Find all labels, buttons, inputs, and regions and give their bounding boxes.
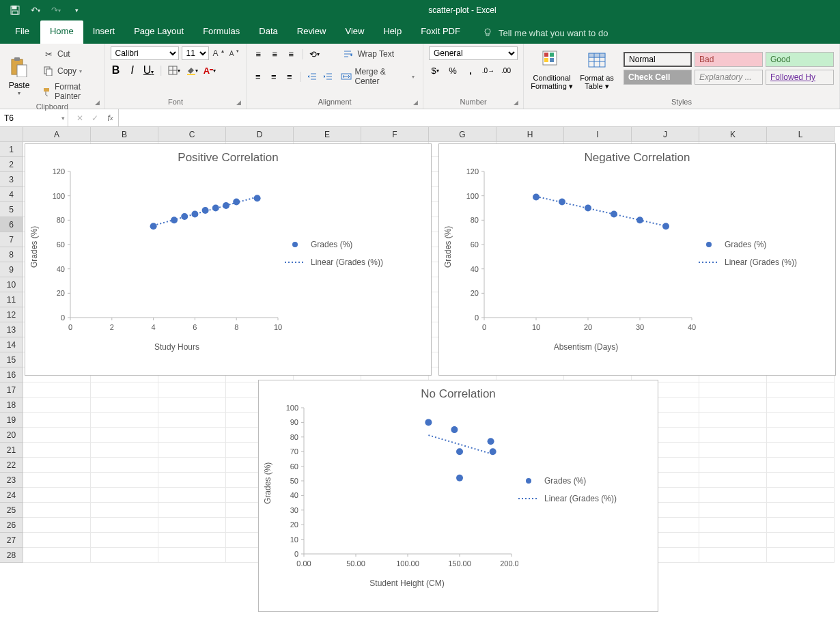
cell[interactable] [91, 458, 158, 473]
row-header[interactable]: 6 [0, 217, 23, 232]
font-name-select[interactable]: Calibri [111, 46, 179, 60]
cell[interactable] [158, 533, 226, 548]
tab-view[interactable]: View [335, 20, 374, 44]
cell[interactable] [91, 398, 158, 413]
cell[interactable] [158, 443, 226, 458]
row-header[interactable]: 12 [0, 307, 23, 322]
column-header[interactable]: C [158, 127, 226, 142]
row-header[interactable]: 3 [0, 172, 23, 187]
increase-decimal-button[interactable]: .0→ [482, 64, 494, 76]
wrap-text-button[interactable]: Wrap Text [339, 46, 397, 61]
format-painter-button[interactable]: Format Painter [40, 81, 99, 102]
cell[interactable] [23, 488, 91, 503]
cell[interactable] [158, 518, 226, 533]
row-header[interactable]: 1 [0, 142, 23, 157]
cut-button[interactable]: ✂Cut [40, 46, 99, 61]
cell[interactable] [767, 503, 835, 518]
cell[interactable] [23, 503, 91, 518]
copy-button[interactable]: Copy▾ [40, 64, 99, 79]
row-header[interactable]: 11 [0, 292, 23, 307]
undo-button[interactable]: ↶▾ [27, 3, 44, 18]
style-explanatory[interactable]: Explanatory ... [695, 70, 763, 85]
row-header[interactable]: 4 [0, 187, 23, 202]
column-header[interactable]: B [91, 127, 158, 142]
select-all-corner[interactable] [0, 127, 23, 142]
cell[interactable] [767, 518, 835, 533]
cell[interactable] [699, 488, 767, 503]
conditional-formatting-button[interactable]: Conditional Formatting ▾ [529, 46, 574, 90]
row-header[interactable]: 26 [0, 518, 23, 533]
cell[interactable] [767, 488, 835, 503]
row-header[interactable]: 18 [0, 398, 23, 413]
number-format-select[interactable]: General [429, 46, 518, 60]
underline-button[interactable]: U▾ [143, 64, 154, 76]
cell[interactable] [699, 413, 767, 428]
redo-button[interactable]: ↷▾ [48, 3, 64, 18]
cell[interactable] [23, 473, 91, 488]
row-header[interactable]: 7 [0, 232, 23, 247]
align-bottom-button[interactable]: ≡ [285, 48, 297, 60]
cell[interactable] [158, 382, 226, 398]
cell[interactable] [158, 473, 226, 488]
tab-formulas[interactable]: Formulas [193, 20, 249, 44]
border-button[interactable]: ▾ [168, 64, 180, 76]
style-followed[interactable]: Followed Hy [766, 70, 834, 85]
cell[interactable] [23, 413, 91, 428]
comma-button[interactable]: , [464, 64, 477, 76]
cell[interactable] [91, 518, 158, 533]
cell[interactable] [91, 413, 158, 428]
currency-button[interactable]: $▾ [429, 64, 441, 76]
tab-help[interactable]: Help [374, 20, 411, 44]
column-header[interactable]: D [226, 127, 294, 142]
decrease-decimal-button[interactable]: .00 [500, 64, 512, 76]
bold-button[interactable]: B [111, 64, 122, 76]
tab-review[interactable]: Review [288, 20, 336, 44]
cell[interactable] [699, 503, 767, 518]
cell[interactable] [23, 548, 91, 563]
style-bad[interactable]: Bad [695, 52, 763, 67]
tab-home[interactable]: Home [40, 20, 83, 44]
cell[interactable] [158, 398, 226, 413]
cell[interactable] [699, 533, 767, 548]
cell[interactable] [91, 428, 158, 443]
row-header[interactable]: 9 [0, 262, 23, 277]
row-header[interactable]: 24 [0, 488, 23, 503]
percent-button[interactable]: % [447, 64, 459, 76]
number-launcher[interactable]: ◢ [514, 99, 522, 107]
increase-indent-button[interactable] [322, 70, 334, 83]
column-header[interactable]: E [294, 127, 361, 142]
formula-input[interactable] [119, 109, 840, 126]
clipboard-launcher[interactable]: ◢ [95, 99, 103, 107]
cell[interactable] [699, 548, 767, 563]
cell[interactable] [23, 428, 91, 443]
tab-foxit[interactable]: Foxit PDF [411, 20, 470, 44]
decrease-font-button[interactable]: A▾ [228, 50, 241, 57]
row-header[interactable]: 5 [0, 202, 23, 217]
chart-negative-correlation[interactable]: Negative Correlation Grades (%) 02040608… [438, 143, 836, 376]
cell[interactable] [91, 382, 158, 398]
format-as-table-button[interactable]: Format as Table ▾ [577, 46, 617, 90]
cell[interactable] [699, 443, 767, 458]
column-header[interactable]: H [496, 127, 564, 142]
column-header[interactable]: G [429, 127, 496, 142]
align-middle-button[interactable]: ≡ [268, 48, 281, 60]
column-header[interactable]: A [23, 127, 91, 142]
cell[interactable] [91, 548, 158, 563]
cell[interactable] [23, 533, 91, 548]
row-header[interactable]: 2 [0, 157, 23, 172]
font-size-select[interactable]: 11 [182, 46, 209, 60]
cell[interactable] [699, 458, 767, 473]
tell-me[interactable]: Tell me what you want to do [470, 20, 608, 44]
cell[interactable] [699, 518, 767, 533]
row-header[interactable]: 8 [0, 247, 23, 262]
style-normal[interactable]: Normal [624, 52, 692, 67]
cell[interactable] [158, 413, 226, 428]
row-header[interactable]: 16 [0, 367, 23, 382]
chart-positive-correlation[interactable]: Positive Correlation Grades (%) 02040608… [25, 143, 432, 376]
row-header[interactable]: 13 [0, 322, 23, 337]
tab-page-layout[interactable]: Page Layout [124, 20, 193, 44]
save-button[interactable] [7, 3, 23, 18]
cell[interactable] [158, 458, 226, 473]
align-right-button[interactable]: ≡ [283, 70, 295, 83]
cell[interactable] [699, 473, 767, 488]
